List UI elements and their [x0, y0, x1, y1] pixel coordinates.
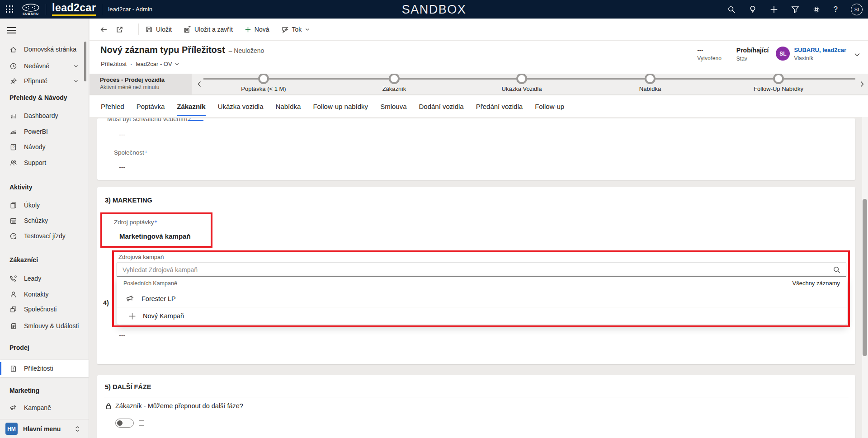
tab-predani-vozidla[interactable]: Předání vozidla	[476, 103, 523, 110]
sidebar-item-label: Kampaně	[24, 404, 51, 411]
main-scrollbar-thumb[interactable]	[863, 199, 867, 356]
stage-marker[interactable]	[389, 74, 400, 84]
flow-icon	[281, 26, 289, 33]
sidebar-item-campaigns[interactable]: Kampaně	[0, 400, 89, 415]
sidebar-item-contacts[interactable]: Kontakty	[0, 287, 89, 302]
profile-avatar[interactable]: SI	[851, 4, 863, 15]
process-scroll-right-icon[interactable]	[859, 80, 865, 88]
save-button[interactable]: Uložit	[146, 26, 172, 33]
lookup-result-item[interactable]: Forester LP	[117, 290, 847, 307]
tab-poptavka[interactable]: Poptávka	[137, 103, 165, 110]
tab-follow-up[interactable]: Follow-up	[535, 103, 564, 110]
field-value[interactable]: ---	[119, 332, 125, 339]
save-icon	[146, 26, 153, 33]
all-records-link[interactable]: Všechny záznamy	[793, 280, 840, 287]
tab-zakaznik[interactable]: Zákazník	[177, 103, 205, 110]
save-close-icon	[184, 26, 191, 33]
scroll-icon	[9, 322, 17, 330]
form-tabs: Přehled Poptávka Zákazník Ukázka vozidla…	[90, 95, 868, 117]
search-icon[interactable]	[833, 266, 841, 274]
flow-button[interactable]: Tok	[281, 26, 311, 33]
help-icon[interactable]: ?	[834, 5, 838, 13]
header-expand-chevron-icon[interactable]	[854, 51, 861, 58]
sitemap-collapse-icon[interactable]	[7, 25, 16, 35]
form-section-card: Musí být schváleno vedením? --- Společno…	[97, 118, 855, 180]
sidebar-item-label: Nedávné	[24, 62, 49, 70]
chevron-down-icon[interactable]	[73, 78, 79, 84]
stage-marker[interactable]	[773, 74, 784, 84]
back-icon[interactable]	[100, 26, 108, 33]
app-launcher-icon[interactable]	[6, 5, 14, 13]
form-section-card-marketing: 3) MARKETING Zdroj poptávky+ Marketingov…	[97, 187, 855, 364]
breadcrumb-view-selector[interactable]: lead2car - OV	[136, 61, 179, 67]
open-in-new-icon[interactable]	[116, 26, 123, 33]
add-icon[interactable]	[770, 5, 778, 14]
sidebar-item-label: Návody	[24, 143, 45, 151]
sidebar-item-tasks[interactable]: Úkoly	[0, 198, 89, 213]
header-fields: --- Vytvořeno Probíhající Stav SL SUBARU…	[697, 47, 861, 64]
sidebar-item-leads[interactable]: Leady	[0, 271, 89, 286]
sidebar-item-pinned[interactable]: Připnuté	[0, 73, 89, 89]
record-header: Nový záznam typu Příležitost– Neuloženo …	[90, 41, 868, 74]
sidebar-area-switcher[interactable]: HM Hlavní menu	[0, 419, 89, 438]
breadcrumb: Příležitost · lead2car - OV	[101, 61, 179, 67]
locked-field-row: Zákazník - Můžeme přepnout do další fáze…	[105, 402, 243, 410]
filter-icon[interactable]	[791, 5, 799, 14]
search-icon[interactable]	[727, 5, 736, 14]
field-label-approval: Musí být schváleno vedením?	[107, 118, 191, 122]
sidebar-item-test-drives[interactable]: Testovací jízdy	[0, 228, 89, 244]
sidebar-item-support[interactable]: Support	[0, 155, 89, 170]
save-and-close-button[interactable]: Uložit a zavřít	[184, 26, 233, 33]
header-field-owner[interactable]: SL SUBARU, lead2car Vlastník	[776, 47, 846, 61]
sidebar-item-powerbi[interactable]: PowerBI	[0, 124, 89, 139]
page-title: Nový záznam typu Příležitost– Neuloženo	[100, 45, 264, 55]
covered-section-heading: 4)	[103, 299, 109, 306]
new-record-button[interactable]: Nová	[245, 26, 269, 33]
campaign-search-input[interactable]	[117, 263, 846, 277]
highlight-box-lead-source	[100, 212, 212, 248]
stage-marker[interactable]	[516, 74, 527, 84]
sidebar-item-dashboards[interactable]: Dashboardy	[0, 108, 89, 123]
next-phase-checkbox[interactable]	[139, 420, 144, 426]
sidebar-item-recent[interactable]: Nedávné	[0, 58, 89, 74]
sidebar-item-label: Smlouvy & Události	[24, 322, 79, 330]
new-record-item[interactable]: Nový Kampaň	[117, 307, 847, 325]
sidebar-group-label: Zákazníci	[0, 253, 89, 267]
sidebar-item-meetings[interactable]: Schůzky	[0, 213, 89, 228]
sidebar-item-accounts[interactable]: Společnosti	[0, 301, 89, 317]
field-label-source-campaign: Zdrojová kampaň	[118, 254, 164, 260]
field-value-lead-source[interactable]: Marketingová kampaň	[119, 232, 191, 240]
tab-prehled[interactable]: Přehled	[101, 103, 124, 110]
plus-icon	[128, 312, 136, 320]
settings-gear-icon[interactable]	[812, 5, 821, 14]
stage-marker[interactable]	[258, 74, 269, 84]
app-name-label[interactable]: lead2car - Admin	[108, 6, 152, 13]
brand-logo[interactable]: lead2car	[52, 3, 96, 16]
sidebar-item-opportunities[interactable]: Příležitosti	[0, 360, 89, 377]
tab-ukazka-vozidla[interactable]: Ukázka vozidla	[218, 103, 264, 110]
person-icon	[9, 291, 17, 298]
sidebar-item-label: Společnosti	[24, 306, 57, 313]
tab-smlouva[interactable]: Smlouva	[380, 103, 406, 110]
owner-link[interactable]: SUBARU, lead2car	[794, 47, 846, 53]
clock-icon	[9, 62, 17, 70]
sidebar-group-label: Přehledy & Návody	[0, 91, 89, 104]
sidebar-item-home[interactable]: Domovská stránka	[0, 42, 89, 57]
field-value[interactable]: ---	[119, 164, 125, 171]
sidebar-item-contracts[interactable]: Smlouvy & Události	[0, 318, 89, 334]
field-label-lead-source: Zdroj poptávky+	[114, 219, 157, 226]
breadcrumb-entity[interactable]: Příležitost	[101, 61, 127, 67]
sidebar-item-label: Schůzky	[24, 217, 48, 224]
tab-follow-up-nabidky[interactable]: Follow-up nabídky	[313, 103, 368, 110]
sidebar-item-guides[interactable]: ? Návody	[0, 139, 89, 155]
field-value[interactable]: ---	[119, 131, 125, 138]
sidebar-scrollbar-thumb[interactable]	[84, 42, 86, 81]
opportunity-icon	[9, 365, 17, 372]
chevron-down-icon[interactable]	[73, 63, 79, 69]
lightbulb-icon[interactable]	[749, 5, 757, 14]
tab-dodani-vozidla[interactable]: Dodání vozidla	[419, 103, 463, 110]
stage-marker[interactable]	[645, 74, 656, 84]
chevron-down-icon	[305, 27, 310, 32]
next-phase-toggle[interactable]	[115, 419, 134, 428]
tab-nabidka[interactable]: Nabídka	[276, 103, 301, 110]
